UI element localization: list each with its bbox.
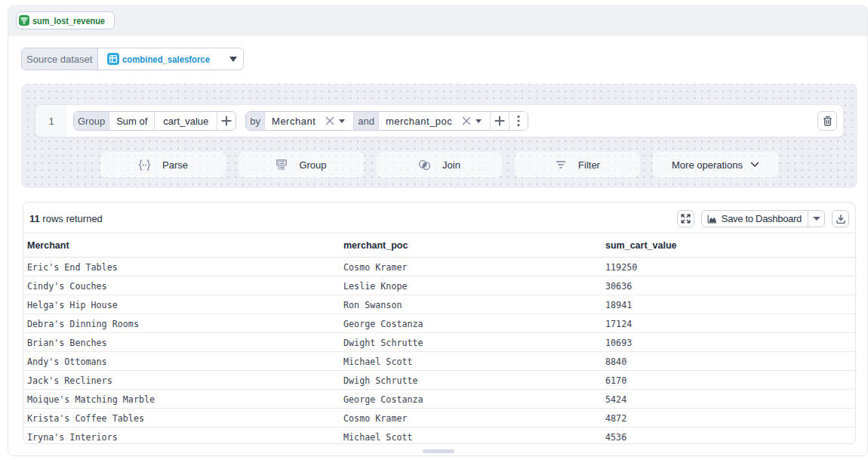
source-dataset-control: Source dataset combined_salesforce — [21, 48, 244, 70]
chart-icon — [707, 215, 717, 224]
by-column-name: Merchant — [272, 116, 315, 127]
cell-merchant: Helga's Hip House — [23, 295, 340, 313]
cell-merchant: Andy's Ottomans — [23, 352, 340, 370]
table-dataset-icon — [107, 53, 119, 65]
table-row[interactable]: Moique's Matching Marble George Costanza… — [23, 390, 855, 409]
cell-sum-cart-value: 8840 — [602, 352, 855, 370]
kebab-icon — [513, 115, 524, 127]
cell-merchant-poc: George Costanza — [340, 314, 602, 332]
operation-menu-button[interactable] — [509, 112, 528, 130]
source-dataset-dropdown[interactable]: combined_salesforce — [98, 48, 243, 69]
column-dropdown-icon[interactable] — [476, 119, 482, 123]
by-column-chip[interactable]: Merchant — [265, 112, 354, 130]
cell-merchant-poc: Cosmo Kramer — [340, 409, 602, 427]
join-icon — [418, 159, 431, 171]
cell-sum-cart-value: 30636 — [602, 276, 855, 295]
remove-column-icon[interactable] — [325, 116, 334, 125]
filter-icon — [555, 159, 567, 171]
cell-merchant-poc: Dwigh Schrutte — [340, 371, 602, 389]
source-dataset-value: combined_salesforce — [122, 54, 201, 65]
cell-header: sum_lost_revenue — [8, 6, 867, 36]
by-label: by — [246, 112, 265, 130]
cell-merchant: Cindy's Couches — [23, 276, 340, 295]
operation-index: 1 — [48, 116, 54, 127]
plus-icon — [221, 116, 232, 126]
save-options-button[interactable] — [808, 211, 824, 227]
summarize-icon — [19, 15, 29, 26]
download-icon — [836, 214, 846, 224]
column-header[interactable]: sum_cart_value — [602, 233, 855, 257]
operation-buttons: Parse — [21, 152, 857, 178]
cell-title: sum_lost_revenue — [32, 15, 98, 26]
cell-sum-cart-value: 5424 — [602, 390, 855, 408]
expand-button[interactable] — [677, 210, 694, 227]
table-row[interactable]: Debra's Dinning Rooms George Costanza 17… — [23, 314, 855, 333]
aggregation-control: Group Sum of cart_value — [73, 111, 236, 131]
cell-merchant-poc: Michael Scott — [340, 352, 602, 370]
plus-icon — [494, 116, 505, 126]
and-label: and — [354, 112, 379, 130]
table-row[interactable]: Jack's Recliners Dwigh Schrutte 6170 — [23, 371, 855, 390]
delete-operation-button[interactable] — [817, 111, 837, 131]
cell-merchant: Brian's Benches — [23, 333, 340, 351]
source-dataset-label: Source dataset — [22, 48, 98, 69]
add-groupby-column-button[interactable] — [491, 112, 509, 130]
table-row[interactable]: Helga's Hip House Ron Swanson 18941 — [23, 295, 855, 314]
group-icon — [275, 159, 288, 171]
cell-sum-cart-value: 17124 — [602, 314, 855, 332]
cell-sum-cart-value: 4536 — [602, 428, 855, 444]
download-button[interactable] — [832, 210, 849, 227]
more-operations-button[interactable]: More operations — [653, 152, 778, 178]
operation-controls: Group Sum of cart_value by — [67, 111, 528, 131]
table-grid-icon — [107, 53, 119, 65]
chevron-down-icon — [750, 162, 759, 168]
cell-sum-cart-value: 6170 — [602, 371, 855, 389]
resize-handle[interactable] — [423, 449, 454, 453]
filter-button[interactable]: Filter — [515, 152, 640, 178]
table-row[interactable]: Krista's Coffee Tables Cosmo Kramer 4872 — [23, 409, 855, 428]
group-button[interactable]: Group — [239, 152, 364, 178]
cell-merchant-poc: Dwight Schrutte — [340, 333, 602, 351]
results-card: 11 rows returned — [23, 202, 856, 444]
cell-merchant-poc: Cosmo Kramer — [340, 258, 602, 276]
cell-sum-cart-value: 4872 — [602, 409, 855, 427]
cell-merchant: Moique's Matching Marble — [23, 390, 340, 408]
operations-panel: 1 Group Sum of cart_value — [21, 84, 857, 188]
operation-row: 1 Group Sum of cart_value — [35, 104, 844, 137]
groupby-control: by Merchant — [245, 111, 528, 131]
toolbar-actions: Save to Dashboard — [677, 210, 849, 227]
cell-merchant: Krista's Coffee Tables — [23, 409, 340, 427]
remove-column-icon[interactable] — [462, 116, 471, 125]
and-column-name: merchant_poc — [386, 116, 452, 127]
expand-icon — [681, 214, 691, 224]
table-row[interactable]: Eric's End Tables Cosmo Kramer 119250 — [23, 258, 855, 276]
table-header-row: Merchant merchant_poc sum_cart_value — [23, 233, 855, 258]
cell-merchant: Iryna's Interiors — [23, 428, 340, 444]
save-to-dashboard-group: Save to Dashboard — [701, 210, 825, 227]
cell-sum-cart-value: 18941 — [602, 295, 855, 313]
parse-button[interactable]: Parse — [100, 152, 226, 178]
agg-column-select[interactable]: cart_value — [155, 112, 217, 130]
agg-function-select[interactable]: Sum of — [109, 112, 155, 130]
cell-merchant: Eric's End Tables — [23, 258, 340, 276]
rows-returned-text: 11 rows returned — [29, 213, 103, 224]
column-header[interactable]: merchant_poc — [340, 233, 602, 257]
and-column-chip[interactable]: merchant_poc — [379, 112, 491, 130]
column-header[interactable]: Merchant — [23, 233, 340, 257]
trash-icon — [822, 116, 833, 127]
add-aggregation-button[interactable] — [217, 112, 235, 130]
save-to-dashboard-button[interactable]: Save to Dashboard — [702, 211, 808, 227]
column-dropdown-icon[interactable] — [339, 119, 345, 123]
join-button[interactable]: Join — [377, 152, 502, 178]
cell-title-tag[interactable]: sum_lost_revenue — [16, 11, 115, 29]
table-row[interactable]: Cindy's Couches Leslie Knope 30636 — [23, 276, 855, 295]
cell-card: sum_lost_revenue Source dataset combined… — [8, 5, 868, 456]
braces-icon — [138, 159, 151, 171]
table-row[interactable]: Andy's Ottomans Michael Scott 8840 — [23, 352, 855, 371]
table-row[interactable]: Brian's Benches Dwight Schrutte 10693 — [23, 333, 855, 352]
results-toolbar: 11 rows returned — [23, 202, 855, 233]
cell-merchant-poc: Michael Scott — [340, 428, 602, 444]
table-row[interactable]: Iryna's Interiors Michael Scott 4536 — [23, 428, 855, 444]
caret-down-icon — [813, 217, 820, 221]
caret-down-icon — [229, 57, 237, 62]
